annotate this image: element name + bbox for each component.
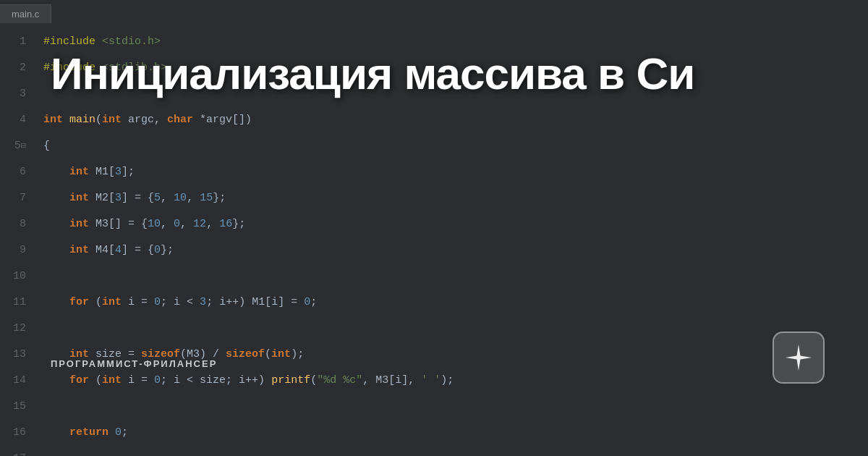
line-num-16: 16 bbox=[0, 420, 26, 446]
code-line-9: int M4[4] = {0}; bbox=[43, 237, 868, 263]
code-line-8: int M3[] = {10, 0, 12, 16}; bbox=[43, 211, 868, 237]
code-line-5: { bbox=[43, 133, 868, 159]
kw-int-4: int bbox=[43, 114, 63, 126]
num-5: 5 bbox=[154, 192, 161, 204]
line-num-11: 11 bbox=[0, 290, 26, 316]
kw-int-argc: int bbox=[102, 114, 122, 126]
line-num-12: 12 bbox=[0, 316, 26, 342]
code-line-10 bbox=[43, 263, 868, 290]
kw-int-14: int bbox=[102, 374, 122, 387]
kw-int-6: int bbox=[69, 166, 89, 178]
tab-bar: main.c bbox=[0, 0, 868, 23]
kw-for-14: for bbox=[69, 374, 89, 387]
line-num-6: 6 bbox=[0, 159, 26, 185]
code-line-16: return 0; bbox=[43, 420, 868, 446]
num-0a: 0 bbox=[174, 218, 180, 230]
line-numbers: 1 2 3 4 5⊟ 6 7 8 9 10 11 12 13 14 15 16 … bbox=[0, 29, 38, 450]
num-4: 4 bbox=[115, 244, 122, 256]
code-line-1: #include <stdio.h> bbox=[43, 29, 868, 55]
kw-int-8: int bbox=[69, 218, 89, 230]
line-num-17: 17 bbox=[0, 446, 26, 456]
num-10a: 10 bbox=[174, 192, 187, 204]
func-main: main bbox=[69, 114, 95, 126]
line-num-13: 13 bbox=[0, 342, 26, 368]
line-num-10: 10 bbox=[0, 263, 26, 290]
code-area: 1 2 3 4 5⊟ 6 7 8 9 10 11 12 13 14 15 16 … bbox=[0, 23, 868, 456]
kw-int-13: int bbox=[69, 348, 89, 360]
code-line-14: for (int i = 0; i < size; i++) printf("%… bbox=[43, 368, 868, 394]
code-content: #include <stdio.h> #include <stdlib.h> i… bbox=[38, 29, 868, 450]
kw-int-11: int bbox=[102, 296, 122, 308]
kw-return: return bbox=[69, 426, 109, 439]
num-0b: 0 bbox=[154, 244, 161, 256]
kw-int-13b: int bbox=[271, 348, 291, 360]
kw-for-11: for bbox=[69, 296, 89, 308]
code-line-13: int size = sizeof(M3) / sizeof(int); bbox=[43, 342, 868, 368]
code-line-7: int M2[3] = {5, 10, 15}; bbox=[43, 185, 868, 211]
num-15: 15 bbox=[200, 192, 213, 204]
func-printf: printf bbox=[271, 374, 310, 387]
line-num-1: 1 bbox=[0, 29, 26, 55]
kw-int-7: int bbox=[69, 192, 89, 204]
code-line-15 bbox=[43, 394, 868, 420]
kw-sizeof-13b: sizeof bbox=[226, 348, 265, 360]
include-file-1: <stdio.h> bbox=[102, 35, 161, 48]
code-editor: main.c 1 2 3 4 5⊟ 6 7 8 9 10 11 12 13 14… bbox=[0, 0, 868, 456]
file-tab[interactable]: main.c bbox=[0, 4, 51, 23]
kw-int-9: int bbox=[69, 244, 89, 256]
include-file-2: <stdlib.h> bbox=[102, 62, 167, 74]
line-num-5[interactable]: 5⊟ bbox=[0, 133, 26, 159]
num-12: 12 bbox=[193, 218, 206, 230]
num-16: 16 bbox=[219, 218, 232, 230]
code-line-6: int M1[3]; bbox=[43, 159, 868, 185]
fmt-string: "%d %c" bbox=[317, 374, 362, 387]
num-10b: 10 bbox=[148, 218, 161, 230]
kw-sizeof-13a: sizeof bbox=[141, 348, 180, 360]
kw-char: char bbox=[167, 114, 193, 126]
line-num-4: 4 bbox=[0, 107, 26, 133]
code-line-3 bbox=[43, 81, 868, 107]
code-line-12 bbox=[43, 316, 868, 342]
code-line-2: #include <stdlib.h> bbox=[43, 55, 868, 81]
line-num-15: 15 bbox=[0, 394, 26, 420]
line-num-7: 7 bbox=[0, 185, 26, 211]
line-num-8: 8 bbox=[0, 211, 26, 237]
code-line-11: for (int i = 0; i < 3; i++) M1[i] = 0; bbox=[43, 290, 868, 316]
line-num-2: 2 bbox=[0, 55, 26, 81]
preprocessor-2: #include bbox=[43, 62, 95, 74]
line-num-14: 14 bbox=[0, 368, 26, 394]
code-line-17: } bbox=[43, 446, 868, 450]
preprocessor-1: #include bbox=[43, 35, 95, 48]
line-num-3: 3 bbox=[0, 81, 26, 107]
fmt-char: ' ' bbox=[421, 374, 441, 387]
line-num-9: 9 bbox=[0, 237, 26, 263]
num-3a: 3 bbox=[115, 166, 122, 178]
code-line-4: int main(int argc, char *argv[]) bbox=[43, 107, 868, 133]
